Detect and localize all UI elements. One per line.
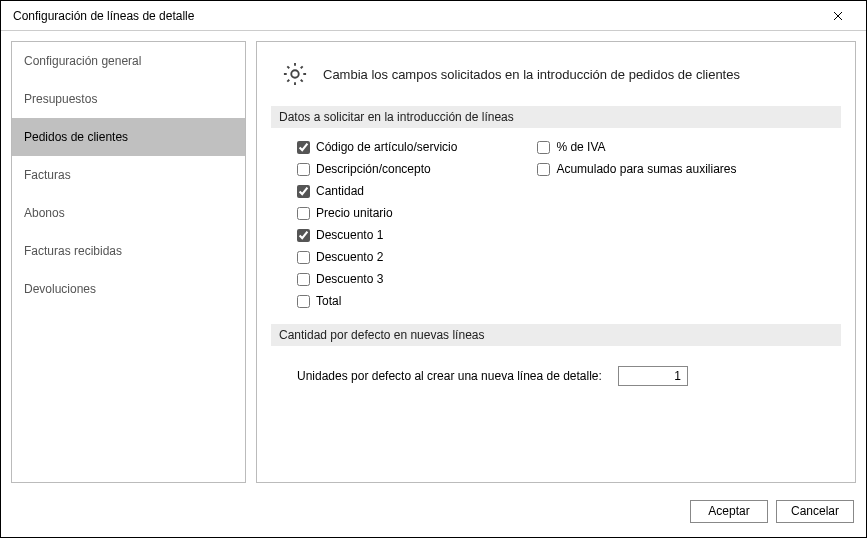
chk-acumulado[interactable]: Acumulado para sumas auxiliares — [537, 160, 736, 178]
gear-icon — [281, 60, 309, 88]
accept-button[interactable]: Aceptar — [690, 500, 768, 523]
sidebar: Configuración general Presupuestos Pedid… — [11, 41, 246, 483]
sidebar-item-label: Presupuestos — [24, 92, 97, 106]
default-qty-label: Unidades por defecto al crear una nueva … — [297, 369, 602, 383]
chk-input[interactable] — [297, 141, 310, 154]
chk-label: Acumulado para sumas auxiliares — [556, 162, 736, 176]
chk-input[interactable] — [297, 207, 310, 220]
titlebar: Configuración de líneas de detalle — [1, 1, 866, 31]
section-data-request: Datos a solicitar en la introducción de … — [271, 106, 841, 128]
sidebar-item-label: Facturas — [24, 168, 71, 182]
chk-total[interactable]: Total — [297, 292, 457, 310]
chk-input[interactable] — [537, 163, 550, 176]
sidebar-item-abonos[interactable]: Abonos — [12, 194, 245, 232]
section-default-qty: Cantidad por defecto en nuevas líneas — [271, 324, 841, 346]
sidebar-item-facturas[interactable]: Facturas — [12, 156, 245, 194]
checkbox-column-right: % de IVA Acumulado para sumas auxiliares — [537, 138, 736, 310]
chk-label: Descuento 3 — [316, 272, 383, 286]
chk-input[interactable] — [297, 185, 310, 198]
chk-label: Descripción/concepto — [316, 162, 431, 176]
chk-descripcion[interactable]: Descripción/concepto — [297, 160, 457, 178]
chk-descuento2[interactable]: Descuento 2 — [297, 248, 457, 266]
sidebar-item-label: Facturas recibidas — [24, 244, 122, 258]
sidebar-item-label: Devoluciones — [24, 282, 96, 296]
chk-descuento3[interactable]: Descuento 3 — [297, 270, 457, 288]
main-panel: Cambia los campos solicitados en la intr… — [256, 41, 856, 483]
chk-descuento1[interactable]: Descuento 1 — [297, 226, 457, 244]
panel-header: Cambia los campos solicitados en la intr… — [271, 60, 841, 88]
sidebar-item-general[interactable]: Configuración general — [12, 42, 245, 80]
chk-label: Precio unitario — [316, 206, 393, 220]
sidebar-item-presupuestos[interactable]: Presupuestos — [12, 80, 245, 118]
chk-label: Descuento 1 — [316, 228, 383, 242]
chk-input[interactable] — [537, 141, 550, 154]
panel-header-text: Cambia los campos solicitados en la intr… — [323, 67, 740, 82]
sidebar-item-devoluciones[interactable]: Devoluciones — [12, 270, 245, 308]
chk-input[interactable] — [297, 295, 310, 308]
content-area: Configuración general Presupuestos Pedid… — [1, 31, 866, 493]
chk-cantidad[interactable]: Cantidad — [297, 182, 457, 200]
close-button[interactable] — [818, 2, 858, 30]
sidebar-item-label: Abonos — [24, 206, 65, 220]
sidebar-item-facturas-recibidas[interactable]: Facturas recibidas — [12, 232, 245, 270]
dialog-footer: Aceptar Cancelar — [1, 493, 866, 529]
chk-iva[interactable]: % de IVA — [537, 138, 736, 156]
chk-input[interactable] — [297, 163, 310, 176]
chk-codigo-articulo[interactable]: Código de artículo/servicio — [297, 138, 457, 156]
chk-input[interactable] — [297, 251, 310, 264]
checkbox-column-left: Código de artículo/servicio Descripción/… — [297, 138, 457, 310]
chk-label: % de IVA — [556, 140, 605, 154]
chk-label: Cantidad — [316, 184, 364, 198]
svg-point-0 — [291, 70, 298, 77]
cancel-button[interactable]: Cancelar — [776, 500, 854, 523]
close-icon — [833, 11, 843, 21]
default-qty-row: Unidades por defecto al crear una nueva … — [271, 356, 841, 386]
chk-precio-unitario[interactable]: Precio unitario — [297, 204, 457, 222]
sidebar-item-label: Configuración general — [24, 54, 141, 68]
sidebar-item-label: Pedidos de clientes — [24, 130, 128, 144]
window-title: Configuración de líneas de detalle — [13, 9, 818, 23]
checkbox-grid: Código de artículo/servicio Descripción/… — [271, 138, 841, 324]
chk-input[interactable] — [297, 229, 310, 242]
chk-label: Descuento 2 — [316, 250, 383, 264]
chk-label: Código de artículo/servicio — [316, 140, 457, 154]
sidebar-item-pedidos-clientes[interactable]: Pedidos de clientes — [12, 118, 245, 156]
chk-label: Total — [316, 294, 341, 308]
default-qty-input[interactable] — [618, 366, 688, 386]
chk-input[interactable] — [297, 273, 310, 286]
